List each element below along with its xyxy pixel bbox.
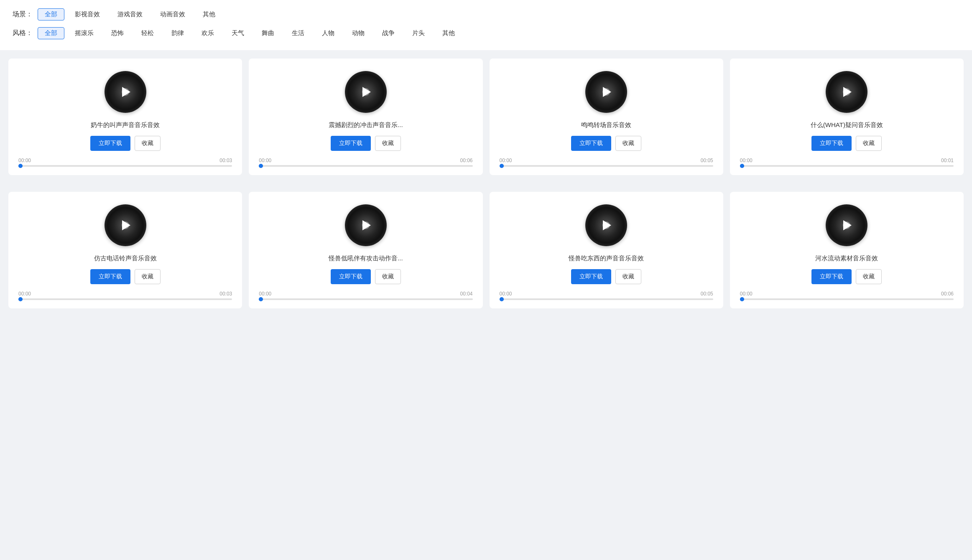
time-end-card4: 00:01 [941, 158, 954, 163]
download-button-card3[interactable]: 立即下载 [571, 136, 611, 151]
music-card-2: 震撼剧烈的冲击声音音乐... 立即下载 收藏 00:00 00:06 [249, 59, 482, 175]
progress-dot-card8 [740, 297, 744, 301]
download-button-card6[interactable]: 立即下载 [331, 269, 371, 284]
card-title-card8: 河水流动素材音乐音效 [815, 255, 878, 262]
card-actions-card6: 立即下载 收藏 [331, 269, 401, 284]
collect-button-card2[interactable]: 收藏 [375, 136, 401, 151]
progress-dot-card1 [18, 164, 23, 168]
disc-card3[interactable] [585, 71, 627, 113]
scene-tags: 全部影视音效游戏音效动画音效其他 [38, 8, 222, 20]
download-button-card4[interactable]: 立即下载 [811, 136, 852, 151]
progress-times-card1: 00:00 00:03 [18, 158, 232, 163]
music-card-1: 仿古电话铃声音乐音效 立即下载 收藏 00:00 00:03 [8, 192, 242, 308]
progress-times-card5: 00:00 00:03 [18, 291, 232, 297]
collect-button-card1[interactable]: 收藏 [135, 136, 161, 151]
progress-bar-card6[interactable] [259, 298, 472, 300]
filter-tag-war[interactable]: 战争 [375, 27, 402, 39]
progress-bar-card7[interactable] [500, 298, 713, 300]
progress-times-card7: 00:00 00:05 [500, 291, 713, 297]
disc-card4[interactable] [826, 71, 867, 113]
progress-dot-card3 [500, 164, 504, 168]
disc-card7[interactable] [585, 204, 627, 246]
time-start-card4: 00:00 [740, 158, 753, 163]
filter-tag-animation[interactable]: 动画音效 [153, 8, 192, 20]
disc-card8[interactable] [826, 204, 867, 246]
progress-area-card7: 00:00 00:05 [498, 291, 715, 300]
progress-area-card8: 00:00 00:06 [738, 291, 955, 300]
play-icon-card1 [122, 87, 130, 97]
filter-tag-weather[interactable]: 天气 [225, 27, 251, 39]
progress-dot-card2 [259, 164, 263, 168]
play-icon-card4 [843, 87, 852, 97]
filter-tag-dance[interactable]: 舞曲 [255, 27, 281, 39]
filter-tag-life[interactable]: 生活 [285, 27, 311, 39]
progress-area-card3: 00:00 00:05 [498, 158, 715, 167]
filter-tag-happy[interactable]: 欢乐 [194, 27, 221, 39]
progress-bar-card2[interactable] [259, 165, 472, 167]
progress-bar-card3[interactable] [500, 165, 713, 167]
filter-tag-film[interactable]: 影视音效 [68, 8, 107, 20]
disc-card5[interactable] [105, 204, 146, 246]
filter-tag-other[interactable]: 其他 [196, 8, 222, 20]
download-button-card8[interactable]: 立即下载 [811, 269, 852, 284]
download-button-card1[interactable]: 立即下载 [90, 136, 130, 151]
card-actions-card2: 立即下载 收藏 [331, 136, 401, 151]
time-end-card8: 00:06 [941, 291, 954, 297]
progress-bar-card1[interactable] [18, 165, 232, 167]
disc-card6[interactable] [345, 204, 387, 246]
progress-bar-card5[interactable] [18, 298, 232, 300]
progress-area-card1: 00:00 00:03 [17, 158, 234, 167]
scene-filter-row: 场景： 全部影视音效游戏音效动画音效其他 [13, 8, 959, 20]
collect-button-card5[interactable]: 收藏 [135, 269, 161, 284]
progress-dot-card5 [18, 297, 23, 301]
time-start-card5: 00:00 [18, 291, 31, 297]
progress-bar-card8[interactable] [740, 298, 954, 300]
filter-tag-animal[interactable]: 动物 [345, 27, 372, 39]
filter-tag-rhyme[interactable]: 韵律 [164, 27, 191, 39]
filter-tag-rock[interactable]: 摇滚乐 [68, 27, 101, 39]
download-button-card5[interactable]: 立即下载 [90, 269, 130, 284]
progress-dot-card4 [740, 164, 744, 168]
play-icon-card5 [122, 220, 130, 230]
progress-area-card5: 00:00 00:03 [17, 291, 234, 300]
time-start-card1: 00:00 [18, 158, 31, 163]
filter-tag-all[interactable]: 全部 [38, 8, 64, 20]
card-grid: 奶牛的叫声声音音乐音效 立即下载 收藏 00:00 00:03 震撼剧烈的冲击声… [0, 50, 972, 183]
disc-card2[interactable] [345, 71, 387, 113]
style-tags: 全部摇滚乐恐怖轻松韵律欢乐天气舞曲生活人物动物战争片头其他 [38, 27, 462, 39]
play-icon-card3 [603, 87, 611, 97]
music-card-4: 什么(WHAT)疑问音乐音效 立即下载 收藏 00:00 00:01 [730, 59, 964, 175]
card-grid-row2: 仿古电话铃声音乐音效 立即下载 收藏 00:00 00:03 怪兽低吼伴有攻击动… [0, 183, 972, 317]
play-icon-card7 [603, 220, 611, 230]
card-actions-card5: 立即下载 收藏 [90, 269, 161, 284]
card-actions-card8: 立即下载 收藏 [811, 269, 882, 284]
collect-button-card3[interactable]: 收藏 [615, 136, 641, 151]
filter-tag-character[interactable]: 人物 [315, 27, 342, 39]
progress-times-card8: 00:00 00:06 [740, 291, 954, 297]
filter-tag-horror[interactable]: 恐怖 [104, 27, 131, 39]
disc-card1[interactable] [105, 71, 146, 113]
download-button-card7[interactable]: 立即下载 [571, 269, 611, 284]
progress-times-card4: 00:00 00:01 [740, 158, 954, 163]
music-card-3: 鸣鸣转场音乐音效 立即下载 收藏 00:00 00:05 [490, 59, 723, 175]
time-start-card6: 00:00 [259, 291, 271, 297]
card-title-card2: 震撼剧烈的冲击声音音乐... [329, 121, 403, 129]
progress-times-card6: 00:00 00:04 [259, 291, 472, 297]
time-end-card1: 00:03 [219, 158, 232, 163]
collect-button-card4[interactable]: 收藏 [856, 136, 882, 151]
filter-tag-all[interactable]: 全部 [38, 27, 64, 39]
progress-area-card4: 00:00 00:01 [738, 158, 955, 167]
time-start-card8: 00:00 [740, 291, 753, 297]
progress-times-card3: 00:00 00:05 [500, 158, 713, 163]
collect-button-card6[interactable]: 收藏 [375, 269, 401, 284]
filter-tag-other[interactable]: 其他 [435, 27, 462, 39]
download-button-card2[interactable]: 立即下载 [331, 136, 371, 151]
filter-tag-intro[interactable]: 片头 [405, 27, 432, 39]
collect-button-card7[interactable]: 收藏 [615, 269, 641, 284]
play-icon-card2 [362, 87, 371, 97]
progress-bar-card4[interactable] [740, 165, 954, 167]
collect-button-card8[interactable]: 收藏 [856, 269, 882, 284]
style-filter-row: 风格： 全部摇滚乐恐怖轻松韵律欢乐天气舞曲生活人物动物战争片头其他 [13, 27, 959, 39]
filter-tag-relaxed[interactable]: 轻松 [134, 27, 161, 39]
filter-tag-game[interactable]: 游戏音效 [110, 8, 150, 20]
